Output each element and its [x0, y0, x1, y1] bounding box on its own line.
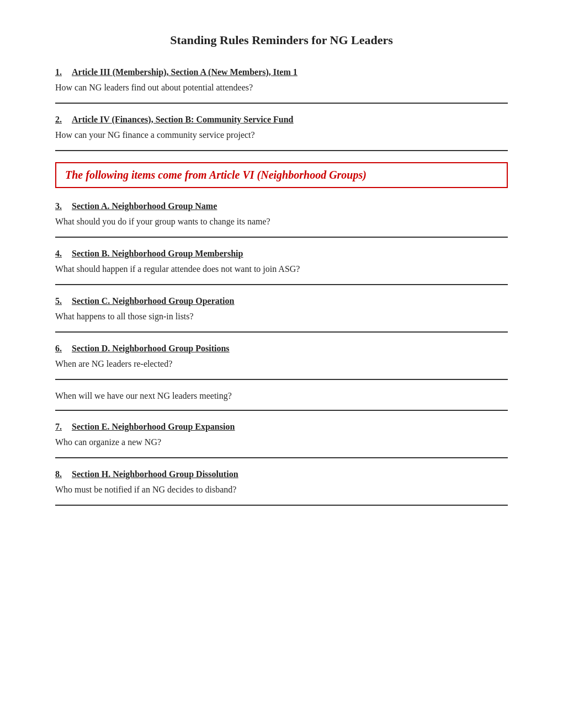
section-item-2: 2. Article IV (Finances), Section B: Com…	[55, 115, 508, 140]
highlight-text: The following items come from Article VI…	[65, 169, 367, 181]
item-body-1: How can NG leaders find out about potent…	[55, 83, 508, 93]
item-body-7: Who can organize a new NG?	[55, 437, 508, 447]
page-title: Standing Rules Reminders for NG Leaders	[55, 33, 508, 47]
item-heading-text-7: Section E. Neighborhood Group Expansion	[72, 422, 235, 432]
section-heading-3: 3. Section A. Neighborhood Group Name	[55, 201, 508, 211]
item-heading-text-2: Article IV (Finances), Section B: Commun…	[72, 115, 293, 125]
item-heading-text-1: Article III (Membership), Section A (New…	[72, 67, 298, 77]
item-heading-text-8: Section H. Neighborhood Group Dissolutio…	[72, 469, 238, 479]
section-heading-4: 4. Section B. Neighborhood Group Members…	[55, 249, 508, 259]
item-body-2: How can your NG finance a community serv…	[55, 130, 508, 140]
item-number-3: 3.	[55, 201, 68, 211]
section-heading-8: 8. Section H. Neighborhood Group Dissolu…	[55, 469, 508, 479]
divider-2	[55, 150, 508, 151]
item-body-6: When are NG leaders re-elected?	[55, 359, 508, 369]
item-number-6: 6.	[55, 344, 68, 354]
section-heading-6: 6. Section D. Neighborhood Group Positio…	[55, 344, 508, 354]
item-number-1: 1.	[55, 67, 68, 77]
item-number-5: 5.	[55, 296, 68, 306]
section-heading-5: 5. Section C. Neighborhood Group Operati…	[55, 296, 508, 306]
standalone-text: When will we have our next NG leaders me…	[55, 391, 508, 401]
divider-4	[55, 284, 508, 285]
section-heading-2: 2. Article IV (Finances), Section B: Com…	[55, 115, 508, 125]
divider-6b	[55, 410, 508, 411]
divider-8	[55, 505, 508, 506]
item-number-8: 8.	[55, 469, 68, 479]
page-container: Standing Rules Reminders for NG Leaders …	[55, 33, 508, 506]
divider-5	[55, 331, 508, 333]
article-vi-highlight: The following items come from Article VI…	[55, 162, 508, 188]
item-body-5: What happens to all those sign-in lists?	[55, 312, 508, 322]
item-number-4: 4.	[55, 249, 68, 259]
item-heading-text-5: Section C. Neighborhood Group Operation	[72, 296, 234, 306]
section-item-8: 8. Section H. Neighborhood Group Dissolu…	[55, 469, 508, 495]
item-body-3: What should you do if your group wants t…	[55, 217, 508, 227]
item-heading-text-3: Section A. Neighborhood Group Name	[72, 201, 217, 211]
item-body-8: Who must be notified if an NG decides to…	[55, 485, 508, 495]
section-item-1: 1. Article III (Membership), Section A (…	[55, 67, 508, 93]
divider-6	[55, 379, 508, 380]
divider-1	[55, 103, 508, 104]
item-heading-text-4: Section B. Neighborhood Group Membership	[72, 249, 243, 259]
section-item-6: 6. Section D. Neighborhood Group Positio…	[55, 344, 508, 369]
divider-7	[55, 457, 508, 458]
section-item-4: 4. Section B. Neighborhood Group Members…	[55, 249, 508, 274]
item-heading-text-6: Section D. Neighborhood Group Positions	[72, 344, 230, 354]
section-heading-7: 7. Section E. Neighborhood Group Expansi…	[55, 422, 508, 432]
section-item-7: 7. Section E. Neighborhood Group Expansi…	[55, 422, 508, 447]
item-number-7: 7.	[55, 422, 68, 432]
item-number-2: 2.	[55, 115, 68, 125]
section-heading-1: 1. Article III (Membership), Section A (…	[55, 67, 508, 77]
divider-3	[55, 237, 508, 238]
item-body-4: What should happen if a regular attendee…	[55, 264, 508, 274]
section-item-3: 3. Section A. Neighborhood Group Name Wh…	[55, 201, 508, 227]
section-item-5: 5. Section C. Neighborhood Group Operati…	[55, 296, 508, 322]
